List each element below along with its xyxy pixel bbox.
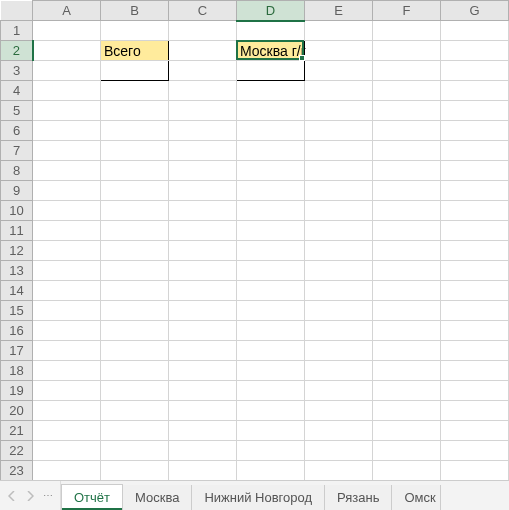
cell-A4[interactable]	[33, 81, 101, 101]
cell-E4[interactable]	[305, 81, 373, 101]
row-header-7[interactable]: 7	[1, 141, 33, 161]
row-header-1[interactable]: 1	[1, 21, 33, 41]
cell-G8[interactable]	[441, 161, 509, 181]
cell-C4[interactable]	[169, 81, 237, 101]
sheet-tab-0[interactable]: Отчёт	[61, 484, 123, 510]
cell-D9[interactable]	[237, 181, 305, 201]
cell-E12[interactable]	[305, 241, 373, 261]
cell-D23[interactable]	[237, 461, 305, 481]
cell-C7[interactable]	[169, 141, 237, 161]
cell-D3[interactable]	[237, 61, 305, 81]
cell-G21[interactable]	[441, 421, 509, 441]
cell-D2[interactable]: Москва г/г	[237, 41, 305, 61]
cell-B7[interactable]	[101, 141, 169, 161]
col-header-C[interactable]: C	[169, 1, 237, 21]
cell-B20[interactable]	[101, 401, 169, 421]
cell-B10[interactable]	[101, 201, 169, 221]
cell-D14[interactable]	[237, 281, 305, 301]
cell-E19[interactable]	[305, 381, 373, 401]
col-header-A[interactable]: A	[33, 1, 101, 21]
cell-B6[interactable]	[101, 121, 169, 141]
cell-B19[interactable]	[101, 381, 169, 401]
cell-E8[interactable]	[305, 161, 373, 181]
cell-C15[interactable]	[169, 301, 237, 321]
sheet-tab-1[interactable]: Москва	[123, 485, 192, 510]
cell-B5[interactable]	[101, 101, 169, 121]
row-header-16[interactable]: 16	[1, 321, 33, 341]
cell-E22[interactable]	[305, 441, 373, 461]
cell-A14[interactable]	[33, 281, 101, 301]
sheet-tab-3[interactable]: Рязань	[325, 485, 392, 510]
cell-A13[interactable]	[33, 261, 101, 281]
cell-C11[interactable]	[169, 221, 237, 241]
row-header-22[interactable]: 22	[1, 441, 33, 461]
cell-G14[interactable]	[441, 281, 509, 301]
row-header-13[interactable]: 13	[1, 261, 33, 281]
cell-C18[interactable]	[169, 361, 237, 381]
tab-nav-more[interactable]: ⋯	[42, 490, 54, 502]
cell-F22[interactable]	[373, 441, 441, 461]
cell-G23[interactable]	[441, 461, 509, 481]
sheet-tab-4[interactable]: Омск	[392, 485, 440, 510]
cell-A7[interactable]	[33, 141, 101, 161]
cell-C10[interactable]	[169, 201, 237, 221]
tab-nav-prev[interactable]	[6, 490, 18, 502]
cell-C20[interactable]	[169, 401, 237, 421]
spreadsheet-area[interactable]: A B C D E F G 12ВсегоМосква г/г345678910…	[0, 0, 509, 480]
row-header-10[interactable]: 10	[1, 201, 33, 221]
row-header-19[interactable]: 19	[1, 381, 33, 401]
cell-C8[interactable]	[169, 161, 237, 181]
cell-D8[interactable]	[237, 161, 305, 181]
cell-D21[interactable]	[237, 421, 305, 441]
cell-E23[interactable]	[305, 461, 373, 481]
cell-A16[interactable]	[33, 321, 101, 341]
cell-C12[interactable]	[169, 241, 237, 261]
cell-G18[interactable]	[441, 361, 509, 381]
cell-C3[interactable]	[169, 61, 237, 81]
cell-F7[interactable]	[373, 141, 441, 161]
cell-D6[interactable]	[237, 121, 305, 141]
cell-E5[interactable]	[305, 101, 373, 121]
cell-G20[interactable]	[441, 401, 509, 421]
cell-B11[interactable]	[101, 221, 169, 241]
row-header-14[interactable]: 14	[1, 281, 33, 301]
row-header-6[interactable]: 6	[1, 121, 33, 141]
cell-A1[interactable]	[33, 21, 101, 41]
row-header-12[interactable]: 12	[1, 241, 33, 261]
cell-E11[interactable]	[305, 221, 373, 241]
cell-F21[interactable]	[373, 421, 441, 441]
cell-F1[interactable]	[373, 21, 441, 41]
cell-D12[interactable]	[237, 241, 305, 261]
cell-D20[interactable]	[237, 401, 305, 421]
cell-D11[interactable]	[237, 221, 305, 241]
cell-C1[interactable]	[169, 21, 237, 41]
cell-B12[interactable]	[101, 241, 169, 261]
row-header-21[interactable]: 21	[1, 421, 33, 441]
cell-C14[interactable]	[169, 281, 237, 301]
cell-D13[interactable]	[237, 261, 305, 281]
cell-F14[interactable]	[373, 281, 441, 301]
cell-E13[interactable]	[305, 261, 373, 281]
cell-E2[interactable]	[305, 41, 373, 61]
cell-G11[interactable]	[441, 221, 509, 241]
cell-B18[interactable]	[101, 361, 169, 381]
cell-B3[interactable]	[101, 61, 169, 81]
cell-E3[interactable]	[305, 61, 373, 81]
cell-C17[interactable]	[169, 341, 237, 361]
cell-G15[interactable]	[441, 301, 509, 321]
cell-G2[interactable]	[441, 41, 509, 61]
row-header-9[interactable]: 9	[1, 181, 33, 201]
row-header-3[interactable]: 3	[1, 61, 33, 81]
cell-A5[interactable]	[33, 101, 101, 121]
cell-F6[interactable]	[373, 121, 441, 141]
cell-G4[interactable]	[441, 81, 509, 101]
cell-G9[interactable]	[441, 181, 509, 201]
cell-D5[interactable]	[237, 101, 305, 121]
row-header-8[interactable]: 8	[1, 161, 33, 181]
select-all-corner[interactable]	[1, 1, 33, 21]
col-header-E[interactable]: E	[305, 1, 373, 21]
sheet-tab-2[interactable]: Нижний Новгород	[192, 485, 325, 510]
cell-D19[interactable]	[237, 381, 305, 401]
cell-A21[interactable]	[33, 421, 101, 441]
cell-F3[interactable]	[373, 61, 441, 81]
